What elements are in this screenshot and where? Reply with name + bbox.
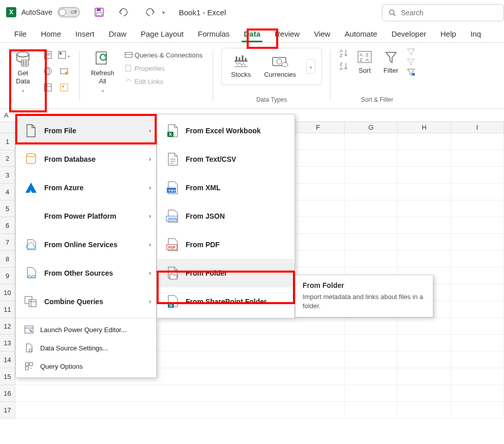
- cell[interactable]: [451, 150, 504, 167]
- qat-customize-icon[interactable]: ▾: [160, 8, 167, 17]
- row-header[interactable]: 2: [0, 150, 15, 167]
- cell[interactable]: [451, 301, 504, 318]
- cell[interactable]: [292, 318, 345, 335]
- row-header[interactable]: 11: [0, 301, 15, 318]
- search-input[interactable]: [401, 9, 497, 17]
- submenu-from-pdf[interactable]: PDF From PDF: [157, 230, 294, 259]
- cell[interactable]: [345, 133, 398, 150]
- cell[interactable]: [398, 133, 451, 150]
- cell[interactable]: [292, 251, 345, 268]
- sort-button[interactable]: AZZA Sort: [354, 48, 375, 76]
- cell[interactable]: [451, 268, 504, 284]
- menu-data-source-settings[interactable]: Data Source Settings...: [16, 339, 156, 357]
- row-header[interactable]: 7: [0, 234, 15, 251]
- clear-filter-icon[interactable]: [406, 48, 416, 56]
- tab-help[interactable]: Help: [433, 25, 463, 42]
- tab-home[interactable]: Home: [34, 25, 68, 42]
- cell[interactable]: [398, 318, 451, 335]
- tab-page-layout[interactable]: Page Layout: [134, 25, 191, 42]
- cell[interactable]: [292, 200, 345, 217]
- row-header[interactable]: 17: [0, 402, 15, 419]
- data-types-more-icon[interactable]: ⌄: [306, 59, 315, 74]
- get-data-button[interactable]: Get Data ⌄: [8, 48, 38, 95]
- cell[interactable]: [345, 184, 398, 200]
- tab-insert[interactable]: Insert: [68, 25, 102, 42]
- menu-launch-pq-editor[interactable]: Launch Power Query Editor...: [16, 320, 156, 339]
- col-header-g[interactable]: G: [345, 122, 398, 133]
- currencies-type-button[interactable]: Currencies: [261, 52, 299, 80]
- autosave-toggle[interactable]: Off: [57, 7, 80, 17]
- menu-query-options[interactable]: Query Options: [16, 357, 156, 375]
- row-header[interactable]: 8: [0, 251, 15, 268]
- row-header[interactable]: 3: [0, 167, 15, 184]
- cell[interactable]: [398, 167, 451, 184]
- from-text-csv-icon[interactable]: [41, 48, 55, 62]
- filter-button[interactable]: Filter: [380, 48, 401, 76]
- row-header[interactable]: 13: [0, 335, 15, 351]
- submenu-from-excel[interactable]: X From Excel Workbook: [157, 116, 294, 145]
- submenu-from-json[interactable]: JSON From JSON: [157, 202, 294, 230]
- cell[interactable]: [345, 217, 398, 234]
- undo-icon[interactable]: [118, 8, 130, 17]
- from-picture-icon[interactable]: [57, 80, 71, 95]
- row-header[interactable]: 4: [0, 184, 15, 200]
- cell[interactable]: [398, 184, 451, 200]
- cell[interactable]: [345, 200, 398, 217]
- tab-automate[interactable]: Automate: [337, 25, 384, 42]
- cell[interactable]: [451, 351, 504, 368]
- submenu-from-xml[interactable]: <●> From XML: [157, 173, 294, 202]
- cell[interactable]: [292, 133, 345, 150]
- menu-from-other-sources[interactable]: From Other Sources›: [16, 259, 156, 287]
- cell[interactable]: [451, 284, 504, 301]
- cell[interactable]: [292, 368, 345, 385]
- cell[interactable]: [292, 402, 345, 419]
- row-header[interactable]: 10: [0, 284, 15, 301]
- reapply-filter-icon[interactable]: [406, 58, 416, 66]
- cell[interactable]: [292, 385, 345, 402]
- cell[interactable]: [398, 402, 451, 419]
- submenu-from-folder[interactable]: From Folder: [157, 259, 294, 287]
- cell[interactable]: [292, 217, 345, 234]
- row-header[interactable]: 1: [0, 133, 15, 150]
- cell[interactable]: [345, 234, 398, 251]
- select-all-corner[interactable]: [0, 122, 15, 133]
- cell[interactable]: [292, 167, 345, 184]
- recent-sources-icon[interactable]: ⌄: [57, 48, 71, 62]
- cell[interactable]: [292, 184, 345, 200]
- cell[interactable]: [398, 335, 451, 351]
- row-header[interactable]: 5: [0, 200, 15, 217]
- stocks-type-button[interactable]: Stocks: [228, 52, 254, 80]
- menu-from-file[interactable]: From File›: [16, 116, 156, 145]
- menu-from-database[interactable]: From Database›: [16, 145, 156, 173]
- existing-connections-icon[interactable]: [57, 64, 71, 78]
- from-table-range-icon[interactable]: [41, 80, 55, 95]
- cell[interactable]: [345, 385, 398, 402]
- row-header[interactable]: 6: [0, 217, 15, 234]
- sort-desc-icon[interactable]: ZA: [339, 61, 349, 71]
- cell[interactable]: [398, 217, 451, 234]
- cell[interactable]: [345, 150, 398, 167]
- sort-asc-icon[interactable]: AZ: [339, 48, 349, 58]
- cell[interactable]: [451, 184, 504, 200]
- cell[interactable]: [345, 351, 398, 368]
- cell[interactable]: [451, 234, 504, 251]
- tab-draw[interactable]: Draw: [102, 25, 134, 42]
- cell[interactable]: [451, 402, 504, 419]
- tab-data[interactable]: Data: [236, 25, 268, 42]
- menu-from-power-platform[interactable]: From Power Platform›: [16, 202, 156, 230]
- redo-icon[interactable]: [144, 8, 155, 17]
- tab-formulas[interactable]: Formulas: [191, 25, 237, 42]
- cell[interactable]: [292, 335, 345, 351]
- advanced-filter-icon[interactable]: [406, 68, 416, 76]
- from-web-icon[interactable]: [41, 64, 55, 78]
- row-header[interactable]: 16: [0, 385, 15, 402]
- cell[interactable]: [398, 368, 451, 385]
- cell[interactable]: [451, 167, 504, 184]
- cell[interactable]: [345, 167, 398, 184]
- tab-view[interactable]: View: [307, 25, 337, 42]
- search-box[interactable]: [382, 4, 504, 21]
- cell[interactable]: [451, 217, 504, 234]
- cell[interactable]: [398, 351, 451, 368]
- cell[interactable]: [451, 368, 504, 385]
- cell[interactable]: [451, 385, 504, 402]
